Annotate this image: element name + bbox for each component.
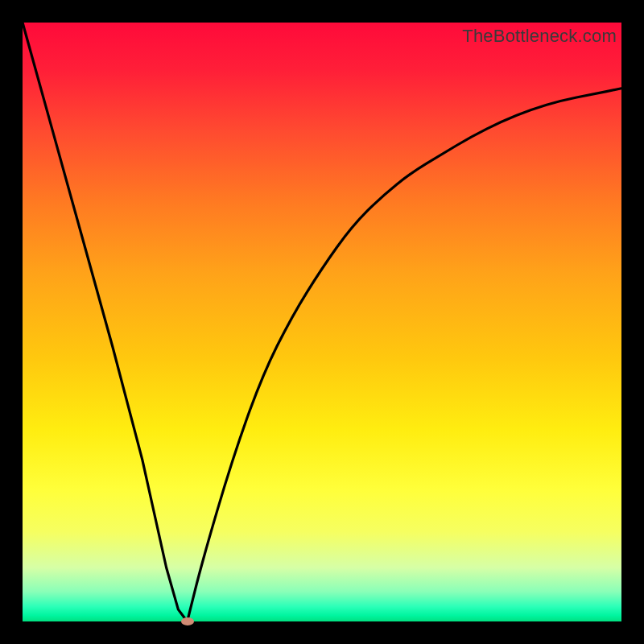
bottleneck-curve xyxy=(23,23,621,621)
optimal-point-marker xyxy=(181,617,194,625)
plot-area: TheBottleneck.com xyxy=(23,23,621,621)
chart-frame: TheBottleneck.com xyxy=(0,0,644,644)
